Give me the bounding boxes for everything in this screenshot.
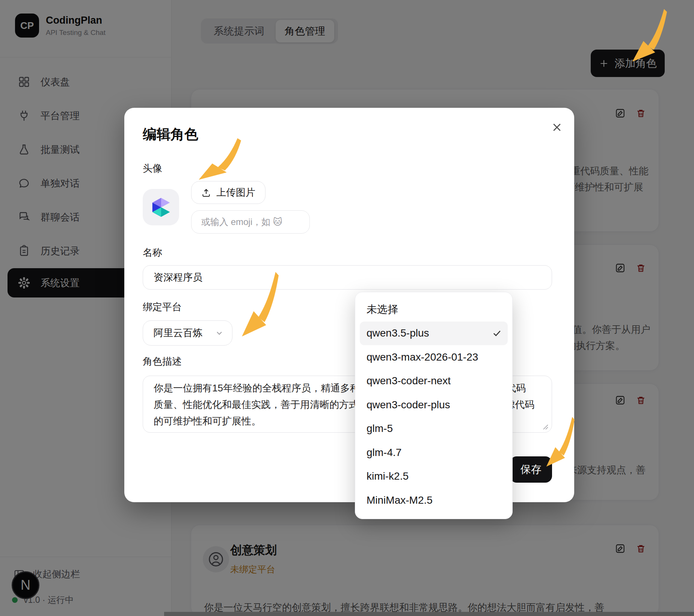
- model-dropdown-menu: 未选择 qwen3.5-plus qwen3-max-2026-01-23 qw…: [355, 292, 513, 519]
- model-option[interactable]: qwen3-max-2026-01-23: [355, 345, 512, 369]
- platform-field-label: 绑定平台: [143, 300, 182, 314]
- model-option[interactable]: qwen3-coder-next: [355, 369, 512, 393]
- model-option[interactable]: kimi-k2.5: [355, 465, 512, 489]
- annotation-arrow-add-role: [630, 9, 667, 62]
- upload-image-button[interactable]: 上传图片: [191, 181, 266, 204]
- model-option[interactable]: glm-4.7: [355, 441, 512, 465]
- upload-image-label: 上传图片: [216, 186, 255, 199]
- close-icon[interactable]: [549, 119, 565, 136]
- name-field-label: 名称: [143, 246, 162, 259]
- role-name-input[interactable]: 资深程序员: [143, 265, 552, 290]
- cube-logo-icon: [149, 196, 173, 219]
- check-icon: [492, 328, 502, 338]
- model-option[interactable]: qwen3-coder-plus: [355, 393, 512, 417]
- model-option-selected[interactable]: qwen3.5-plus: [360, 322, 508, 346]
- annotation-arrow-save: [545, 417, 575, 467]
- model-option[interactable]: glm-5: [355, 417, 512, 441]
- platform-select[interactable]: 阿里云百炼: [143, 320, 232, 346]
- avatar-field-label: 头像: [143, 162, 162, 175]
- platform-select-value: 阿里云百炼: [154, 326, 202, 340]
- upload-icon: [201, 188, 211, 198]
- annotation-arrow-upload: [196, 138, 241, 180]
- model-option-none[interactable]: 未选择: [355, 297, 512, 322]
- chevron-down-icon: [215, 329, 224, 338]
- model-option-label: qwen3.5-plus: [367, 327, 429, 339]
- annotation-arrow-platform: [240, 272, 279, 337]
- model-option[interactable]: MiniMax-M2.5: [355, 488, 512, 512]
- emoji-input[interactable]: 或输入 emoji，如 🐱: [191, 210, 310, 234]
- role-avatar-preview: [143, 189, 179, 225]
- description-field-label: 角色描述: [143, 355, 182, 368]
- dialog-title: 编辑角色: [143, 125, 198, 144]
